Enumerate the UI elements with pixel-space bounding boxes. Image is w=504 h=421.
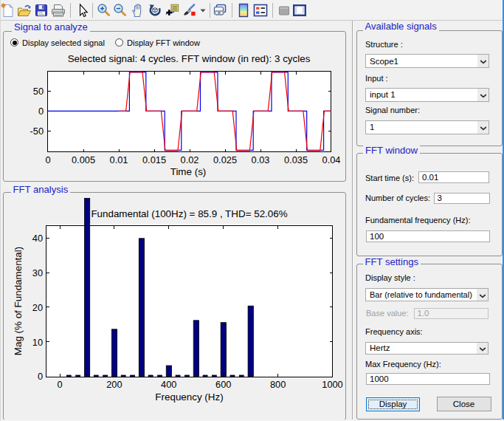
svg-text:30: 30 — [32, 267, 43, 278]
svg-text:40: 40 — [32, 233, 43, 244]
svg-text:20: 20 — [32, 302, 43, 313]
svg-text:Mag (% of Fundamental): Mag (% of Fundamental) — [13, 247, 24, 355]
svg-text:0: 0 — [57, 379, 62, 390]
svg-text:800: 800 — [270, 379, 286, 390]
svg-text:0.025: 0.025 — [213, 154, 237, 165]
svg-text:0.035: 0.035 — [284, 154, 308, 165]
svg-text:0.04: 0.04 — [322, 154, 341, 165]
svg-text:400: 400 — [161, 379, 176, 390]
svg-text:0.015: 0.015 — [142, 154, 166, 165]
svg-text:0.02: 0.02 — [181, 154, 199, 165]
svg-text:50: 50 — [33, 86, 44, 97]
svg-text:0: 0 — [38, 106, 44, 117]
svg-text:Fundamental (100Hz) = 85.9 , T: Fundamental (100Hz) = 85.9 , THD= 52.06% — [91, 208, 287, 219]
svg-text:0.03: 0.03 — [252, 154, 270, 165]
svg-text:0.01: 0.01 — [110, 154, 128, 165]
svg-text:200: 200 — [106, 379, 122, 390]
svg-text:-50: -50 — [30, 126, 44, 137]
svg-text:Frequency (Hz): Frequency (Hz) — [155, 391, 223, 403]
svg-text:600: 600 — [215, 379, 231, 390]
svg-text:1000: 1000 — [322, 379, 342, 390]
svg-text:0: 0 — [38, 371, 43, 382]
svg-text:0: 0 — [45, 154, 50, 165]
svg-text:10: 10 — [32, 337, 43, 348]
svg-text:Selected signal: 4 cycles. FFT: Selected signal: 4 cycles. FFT window (i… — [68, 53, 311, 64]
svg-text:0.005: 0.005 — [72, 154, 95, 165]
svg-text:Time (s): Time (s) — [170, 166, 207, 177]
